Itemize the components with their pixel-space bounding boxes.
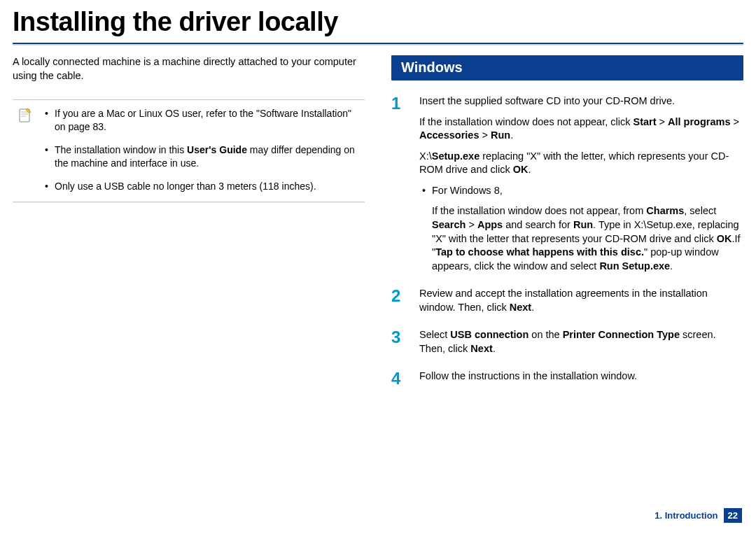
b: Next	[510, 302, 531, 313]
section-heading-windows: Windows	[391, 55, 743, 80]
step-number: 1	[391, 94, 407, 273]
b: USB connection	[450, 329, 528, 340]
step-2: 2 Review and accept the installation agr…	[391, 287, 743, 314]
step-number: 2	[391, 287, 407, 314]
t: Review and accept the installation agree…	[419, 288, 708, 313]
note-box: If you are a Mac or Linux OS user, refer…	[13, 99, 365, 202]
chapter-label: 1. Introduction	[654, 510, 718, 521]
page-title: Installing the driver locally	[0, 0, 756, 43]
t: on the	[528, 329, 562, 340]
b: Charms	[646, 205, 684, 216]
note-bold: User's Guide	[187, 144, 247, 155]
step-body: Insert the supplied software CD into you…	[419, 94, 743, 273]
sub-bullet-body: If the installation window does not appe…	[419, 204, 743, 273]
right-column: Windows 1 Insert the supplied software C…	[391, 55, 743, 401]
b: Tap to choose what happens with this dis…	[435, 246, 644, 258]
page-footer: 1. Introduction 22	[654, 508, 742, 523]
step-body: Select USB connection on the Printer Con…	[419, 328, 743, 356]
t: Select	[419, 329, 450, 340]
b: Run Setup.exe	[599, 260, 670, 272]
note-item: The installation window in this User's G…	[43, 143, 360, 170]
step-3: 3 Select USB connection on the Printer C…	[391, 328, 743, 356]
intro-paragraph: A locally connected machine is a machine…	[13, 55, 365, 83]
b: OK	[513, 164, 528, 175]
note-icon	[17, 107, 34, 192]
step-text: Review and accept the installation agree…	[419, 287, 743, 314]
step-text: Insert the supplied software CD into you…	[419, 94, 743, 108]
step-body: Review and accept the installation agree…	[419, 287, 743, 314]
t: .	[510, 129, 513, 141]
note-item: Only use a USB cable no longer than 3 me…	[43, 180, 360, 193]
b: Run	[491, 129, 510, 141]
b: Apps	[477, 219, 503, 230]
t: .	[670, 260, 673, 272]
step-1: 1 Insert the supplied software CD into y…	[391, 94, 743, 273]
step-number: 4	[391, 370, 407, 387]
page-number: 22	[724, 508, 742, 523]
step-4: 4 Follow the instructions in the install…	[391, 370, 743, 387]
title-divider	[13, 43, 743, 45]
t: >	[479, 129, 491, 141]
note-text: Only use a USB cable no longer than 3 me…	[55, 181, 316, 192]
t: , select	[684, 205, 716, 216]
t: .	[493, 343, 496, 354]
t: and search for	[503, 219, 573, 230]
step-number: 3	[391, 328, 407, 356]
step-text: Select USB connection on the Printer Con…	[419, 328, 743, 356]
sub-bullet: For Windows 8,	[419, 184, 743, 198]
b: Start	[633, 116, 656, 127]
steps-list: 1 Insert the supplied software CD into y…	[391, 94, 743, 387]
step-text: Follow the instructions in the installat…	[419, 370, 637, 384]
b: Accessories	[419, 129, 479, 141]
content-columns: A locally connected machine is a machine…	[0, 55, 756, 401]
note-list: If you are a Mac or Linux OS user, refer…	[43, 107, 360, 192]
t: >	[657, 116, 668, 127]
note-text: If you are a Mac or Linux OS user, refer…	[55, 108, 351, 132]
step-text: If the installation window does not appe…	[419, 115, 743, 143]
step-text: X:\Setup.exe replacing "X" with the lett…	[419, 150, 743, 177]
t: >	[731, 116, 740, 127]
t: If the installation window does not appe…	[419, 116, 633, 127]
note-text: The installation window in this	[55, 144, 187, 155]
b: OK	[717, 233, 732, 244]
t: If the installation window does not appe…	[432, 205, 646, 216]
note-item: If you are a Mac or Linux OS user, refer…	[43, 107, 360, 134]
b: Printer Connection Type	[563, 329, 680, 340]
t: .	[528, 164, 531, 175]
b: Setup.exe	[432, 150, 480, 162]
b: Next	[470, 343, 492, 354]
t: >	[465, 219, 477, 230]
b: All programs	[668, 116, 730, 127]
t: X:\	[419, 150, 432, 162]
t: .	[531, 302, 534, 313]
b: Run	[573, 219, 593, 230]
step-body: Follow the instructions in the installat…	[419, 370, 637, 387]
b: Search	[432, 219, 465, 230]
left-column: A locally connected machine is a machine…	[13, 55, 365, 401]
